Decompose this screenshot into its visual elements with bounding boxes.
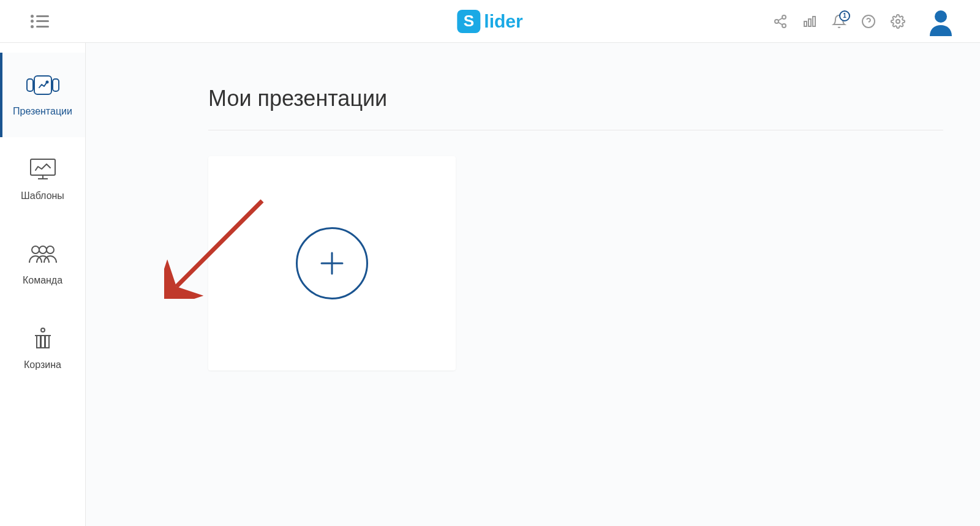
svg-line-4 bbox=[778, 18, 783, 20]
sidebar: Презентации Шаблоны bbox=[0, 43, 86, 526]
brand-name: lider bbox=[484, 11, 522, 32]
sidebar-item-presentations[interactable]: Презентации bbox=[0, 53, 85, 137]
help-icon[interactable] bbox=[861, 14, 876, 29]
notification-badge: 1 bbox=[839, 10, 850, 21]
svg-rect-6 bbox=[809, 19, 811, 26]
svg-point-11 bbox=[935, 10, 947, 23]
brand-logo[interactable]: S lider bbox=[457, 10, 522, 33]
brand-logo-icon: S bbox=[457, 10, 480, 33]
sidebar-item-label: Корзина bbox=[24, 359, 61, 370]
header-actions: 1 bbox=[773, 7, 956, 36]
svg-line-3 bbox=[778, 22, 783, 24]
sidebar-item-label: Презентации bbox=[13, 106, 72, 117]
bell-icon[interactable]: 1 bbox=[832, 14, 846, 29]
sidebar-item-team[interactable]: Команда bbox=[0, 222, 85, 306]
divider bbox=[208, 130, 943, 130]
create-presentation-card[interactable] bbox=[208, 156, 456, 370]
page-title: Мои презентации bbox=[208, 86, 980, 111]
svg-point-2 bbox=[782, 24, 786, 28]
avatar[interactable] bbox=[926, 7, 956, 36]
sidebar-item-label: Шаблоны bbox=[21, 190, 64, 201]
svg-point-10 bbox=[896, 20, 900, 23]
svg-point-1 bbox=[775, 20, 778, 23]
svg-point-23 bbox=[41, 328, 45, 332]
presentations-icon bbox=[26, 73, 60, 97]
team-icon bbox=[27, 242, 59, 266]
gear-icon[interactable] bbox=[891, 14, 905, 29]
svg-rect-12 bbox=[27, 79, 33, 91]
svg-point-0 bbox=[782, 15, 786, 19]
share-icon[interactable] bbox=[773, 14, 788, 29]
svg-point-22 bbox=[47, 246, 54, 254]
main-content: Мои презентации bbox=[86, 43, 980, 526]
svg-rect-5 bbox=[804, 21, 807, 26]
svg-point-20 bbox=[32, 246, 39, 254]
header: S lider 1 bbox=[0, 0, 980, 43]
layout: Презентации Шаблоны bbox=[0, 43, 980, 526]
sidebar-item-trash[interactable]: Корзина bbox=[0, 306, 85, 391]
trash-icon bbox=[32, 326, 53, 351]
svg-point-15 bbox=[46, 81, 48, 83]
sidebar-item-label: Команда bbox=[23, 275, 62, 286]
svg-rect-13 bbox=[53, 79, 59, 91]
svg-point-21 bbox=[39, 246, 47, 254]
stats-icon[interactable] bbox=[802, 14, 817, 29]
svg-rect-7 bbox=[813, 17, 815, 26]
templates-icon bbox=[29, 157, 56, 182]
menu-toggle-button[interactable] bbox=[31, 15, 49, 28]
plus-circle-icon bbox=[296, 227, 368, 299]
sidebar-item-templates[interactable]: Шаблоны bbox=[0, 137, 85, 222]
